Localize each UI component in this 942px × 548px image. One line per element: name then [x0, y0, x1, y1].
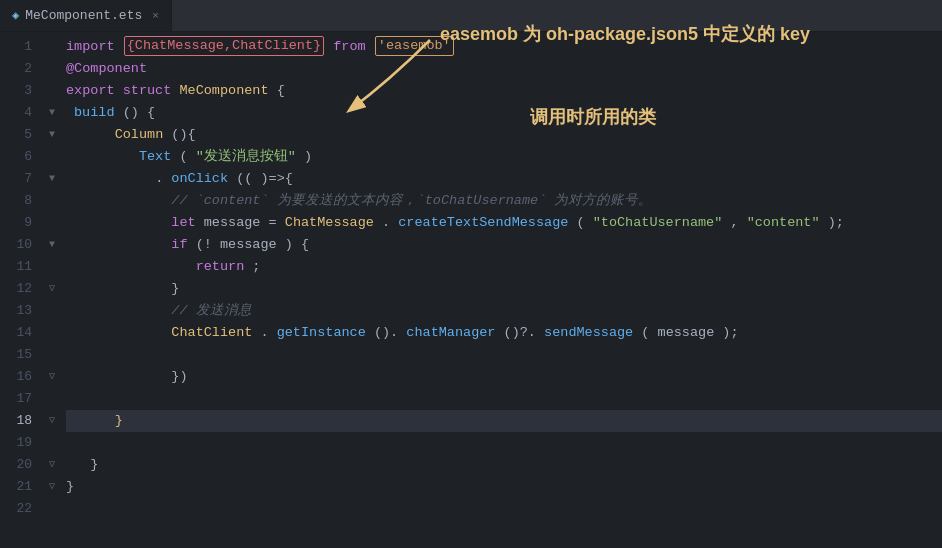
- gutter-21[interactable]: ▽: [42, 476, 62, 498]
- line-num-15: 15: [0, 344, 32, 366]
- line-num-16: 16: [0, 366, 32, 388]
- code-line-15: [66, 344, 942, 366]
- code-line-13: // 发送消息: [66, 300, 942, 322]
- tab-bar: ◈ MeComponent.ets ×: [0, 0, 942, 32]
- gutter-10[interactable]: ▼: [42, 234, 62, 256]
- code-line-20: }: [66, 454, 942, 476]
- class-chatclient: ChatClient: [171, 325, 252, 340]
- line-num-17: 17: [0, 388, 32, 410]
- kw-export: export: [66, 83, 115, 98]
- gutter-12[interactable]: ▽: [42, 278, 62, 300]
- close-brace-18: }: [115, 413, 123, 428]
- kw-return: return: [196, 259, 245, 274]
- line-num-12: 12: [0, 278, 32, 300]
- code-line-16: }): [66, 366, 942, 388]
- gutter-18[interactable]: ▽: [42, 410, 62, 432]
- code-content: import {ChatMessage,ChatClient} from 'ea…: [62, 32, 942, 548]
- var-message: message: [204, 215, 261, 230]
- var-message3: message: [658, 325, 715, 340]
- code-area: 1 2 3 4 5 6 7 8 9 10 11 12 13 14 15 16 1…: [0, 32, 942, 548]
- line-num-21: 21: [0, 476, 32, 498]
- decorator-component: @Component: [66, 61, 147, 76]
- fn-getinstance: getInstance: [277, 325, 366, 340]
- line-num-6: 6: [0, 146, 32, 168]
- code-line-9: let message = ChatMessage . createTextSe…: [66, 212, 942, 234]
- code-line-3: export struct MeComponent {: [66, 80, 942, 102]
- code-line-18: }: [66, 410, 942, 432]
- fn-column: Column: [115, 127, 164, 142]
- import-box-module: 'easemob': [375, 36, 454, 56]
- gutter-7[interactable]: ▼: [42, 168, 62, 190]
- gutter-13: [42, 300, 62, 322]
- import-box-classes: {ChatMessage,ChatClient}: [124, 36, 324, 56]
- line-num-10: 10: [0, 234, 32, 256]
- fn-chatmanager: chatManager: [406, 325, 495, 340]
- gutter-17: [42, 388, 62, 410]
- line-num-13: 13: [0, 300, 32, 322]
- close-brace-21: }: [66, 479, 74, 494]
- line-num-14: 14: [0, 322, 32, 344]
- tab-filename: MeComponent.ets: [25, 8, 142, 23]
- gutter-1: [42, 36, 62, 58]
- struct-name: MeComponent: [179, 83, 268, 98]
- line-num-9: 9: [0, 212, 32, 234]
- str-send-btn: "发送消息按钮": [196, 149, 296, 164]
- close-brace-20: }: [90, 457, 98, 472]
- code-line-5: Column (){: [66, 124, 942, 146]
- str-content: "content": [747, 215, 820, 230]
- tab-item-me-component[interactable]: ◈ MeComponent.ets ×: [0, 0, 172, 31]
- line-num-20: 20: [0, 454, 32, 476]
- fn-onclick: onClick: [171, 171, 228, 186]
- line-num-1: 1: [0, 36, 32, 58]
- keyword-from: from: [333, 39, 365, 54]
- str-toChatUsername: "toChatUsername": [593, 215, 723, 230]
- fn-sendmessage: sendMessage: [544, 325, 633, 340]
- code-line-17: [66, 388, 942, 410]
- comment-send: // 发送消息: [171, 303, 251, 318]
- gutter-4[interactable]: ▼: [42, 102, 62, 124]
- code-line-14: ChatClient . getInstance (). chatManager…: [66, 322, 942, 344]
- code-line-4: build () {: [66, 102, 942, 124]
- code-line-1: import {ChatMessage,ChatClient} from 'ea…: [66, 36, 942, 58]
- line-num-5: 5: [0, 124, 32, 146]
- var-message2: message: [220, 237, 277, 252]
- gutter: ▼ ▼ ▼ ▼ ▽ ▽ ▽ ▽ ▽: [42, 32, 62, 548]
- import-module-text: 'easemob': [378, 38, 451, 53]
- code-line-11: return ;: [66, 256, 942, 278]
- line-num-2: 2: [0, 58, 32, 80]
- fn-build: build: [74, 105, 115, 120]
- gutter-9: [42, 212, 62, 234]
- code-line-10: if (! message ) {: [66, 234, 942, 256]
- code-line-12: }: [66, 278, 942, 300]
- gutter-19: [42, 432, 62, 454]
- kw-let: let: [171, 215, 195, 230]
- code-line-8: // `content` 为要发送的文本内容，`toChatUsername` …: [66, 190, 942, 212]
- gutter-2: [42, 58, 62, 80]
- import-classes-text: {ChatMessage,ChatClient}: [127, 38, 321, 53]
- gutter-8: [42, 190, 62, 212]
- kw-struct: struct: [123, 83, 172, 98]
- line-num-7: 7: [0, 168, 32, 190]
- fn-text: Text: [139, 149, 171, 164]
- gutter-5[interactable]: ▼: [42, 124, 62, 146]
- code-line-6: Text ( "发送消息按钮" ): [66, 146, 942, 168]
- gutter-20[interactable]: ▽: [42, 454, 62, 476]
- gutter-3: [42, 80, 62, 102]
- class-chatmessage: ChatMessage: [285, 215, 374, 230]
- gutter-16[interactable]: ▽: [42, 366, 62, 388]
- line-num-8: 8: [0, 190, 32, 212]
- comment-content: // `content` 为要发送的文本内容，`toChatUsername` …: [171, 193, 652, 208]
- keyword-import: import: [66, 39, 115, 54]
- line-num-22: 22: [0, 498, 32, 520]
- file-icon: ◈: [12, 8, 19, 23]
- line-num-11: 11: [0, 256, 32, 278]
- gutter-15: [42, 344, 62, 366]
- line-numbers: 1 2 3 4 5 6 7 8 9 10 11 12 13 14 15 16 1…: [0, 32, 42, 548]
- code-editor: 1 2 3 4 5 6 7 8 9 10 11 12 13 14 15 16 1…: [0, 32, 942, 548]
- code-line-2: @Component: [66, 58, 942, 80]
- tab-close-button[interactable]: ×: [152, 10, 159, 22]
- fn-createtext: createTextSendMessage: [398, 215, 568, 230]
- gutter-22: [42, 498, 62, 520]
- code-line-21: }: [66, 476, 942, 498]
- line-num-18: 18: [0, 410, 32, 432]
